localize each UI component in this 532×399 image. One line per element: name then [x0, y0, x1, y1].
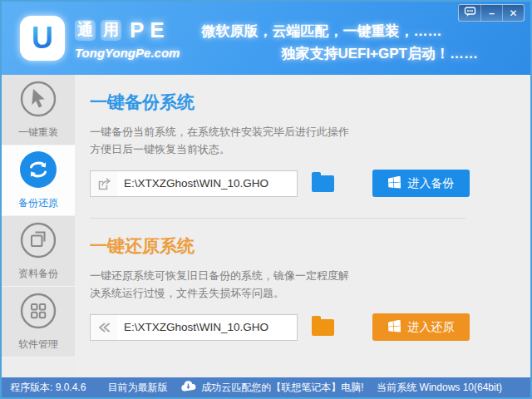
titlebar-controls: – ✕: [458, 4, 525, 22]
restore-section: 一键还原系统 一键还原系统可恢复旧日备份的系统，镜像一定程度解 决系统运行过慢，…: [90, 219, 530, 341]
header: – ✕ U 通 用 PE TongYongPe.com 微软原版，云端匹配，一键…: [2, 2, 530, 75]
brand-char-1: 通: [75, 20, 96, 41]
current-system-text: 当前系统 Windows 10(64bit): [377, 381, 502, 395]
cursor-icon: [19, 80, 57, 121]
windows-logo-icon: [388, 176, 401, 191]
brand-domain: TongYongPe.com: [75, 46, 180, 60]
logo-letter: U: [32, 23, 53, 53]
restore-image-path-input[interactable]: E:\XTXZGhost\WIN_10.GHO: [90, 314, 298, 341]
brand-char-2: 用: [101, 20, 121, 41]
sidebar-item-data-backup[interactable]: 资料备份: [2, 216, 75, 287]
restore-image-path-value: E:\XTXZGhost\WIN_10.GHO: [124, 321, 268, 333]
backup-image-path-input[interactable]: E:\XTXZGhost\WIN_10.GHO: [90, 170, 298, 197]
cloud-match-status: 成功云匹配您的【联想笔记本】电脑!: [180, 381, 363, 395]
cloud-download-icon: [180, 381, 196, 395]
sidebar: 一键重装 备份还原: [2, 75, 75, 377]
sidebar-item-label: 资料备份: [18, 267, 58, 281]
enter-backup-button[interactable]: 进入备份: [372, 170, 470, 197]
grid-icon: [19, 292, 57, 333]
backup-section-desc: 一键备份当前系统，在系统软件安装完毕后进行此操作 方便日后一键恢复当前状态。: [90, 123, 530, 158]
sync-icon: [19, 150, 57, 192]
status-bar: 程序版本: 9.0.4.6 目前为最新版 成功云匹配您的【联想笔记本】电脑! 当…: [2, 377, 530, 397]
backup-desc-line-2: 方便日后一键恢复当前状态。: [90, 140, 530, 158]
logo-u-icon: U: [20, 16, 65, 61]
main-content: 一键备份系统 一键备份当前系统，在系统软件安装完毕后进行此操作 方便日后一键恢复…: [75, 75, 530, 377]
backup-section-title: 一键备份系统: [90, 91, 530, 114]
sidebar-item-reinstall[interactable]: 一键重装: [2, 75, 75, 145]
windows-logo-icon: [388, 320, 401, 335]
version-text: 程序版本: 9.0.4.6: [10, 381, 86, 395]
minimize-button[interactable]: –: [480, 5, 502, 21]
sidebar-item-software-manage[interactable]: 软件管理: [2, 287, 75, 357]
browse-restore-folder-icon[interactable]: [312, 319, 334, 336]
enter-restore-button[interactable]: 进入还原: [372, 313, 470, 341]
enter-restore-label: 进入还原: [408, 320, 455, 335]
app-window: – ✕ U 通 用 PE TongYongPe.com 微软原版，云端匹配，一键…: [0, 0, 532, 399]
feedback-button[interactable]: [459, 5, 480, 21]
backup-desc-line-1: 一键备份当前系统，在系统软件安装完毕后进行此操作: [90, 123, 530, 140]
enter-backup-label: 进入备份: [408, 176, 455, 191]
slogan-line-2: 独家支持UEFI+GPT启动！……: [201, 42, 478, 65]
restore-section-title: 一键还原系统: [90, 234, 530, 258]
sidebar-item-label: 备份还原: [18, 196, 58, 210]
speech-bubble-icon: [464, 6, 476, 20]
sidebar-item-label: 一键重装: [18, 126, 58, 140]
browse-backup-folder-icon[interactable]: [312, 175, 334, 192]
backup-section: 一键备份系统 一键备份当前系统，在系统软件安装完毕后进行此操作 方便日后一键恢复…: [90, 75, 530, 197]
sidebar-item-label: 软件管理: [18, 337, 58, 352]
export-arrow-icon: [91, 171, 117, 196]
brand-block: 通 用 PE TongYongPe.com: [75, 17, 180, 60]
cloud-match-text: 成功云匹配您的【联想笔记本】电脑!: [201, 381, 363, 395]
brand-letters: PE: [130, 17, 170, 43]
restore-section-desc: 一键还原系统可恢复旧日备份的系统，镜像一定程度解 决系统运行过慢，文件丢失损坏等…: [90, 267, 530, 302]
slogan-line-1: 微软原版，云端匹配，一键重装，……: [201, 20, 478, 42]
copy-icon: [19, 221, 57, 263]
restore-desc-line-2: 决系统运行过慢，文件丢失损坏等问题。: [90, 284, 530, 302]
update-status-text: 目前为最新版: [107, 381, 167, 395]
sidebar-item-backup-restore[interactable]: 备份还原: [2, 145, 75, 216]
rewind-arrows-icon: [91, 315, 117, 340]
close-button[interactable]: ✕: [502, 5, 524, 21]
app-logo: U 通 用 PE TongYongPe.com: [20, 16, 180, 61]
backup-image-path-value: E:\XTXZGhost\WIN_10.GHO: [124, 177, 268, 190]
header-slogan: 微软原版，云端匹配，一键重装，…… 独家支持UEFI+GPT启动！……: [201, 20, 478, 65]
restore-desc-line-1: 一键还原系统可恢复旧日备份的系统，镜像一定程度解: [90, 267, 530, 284]
